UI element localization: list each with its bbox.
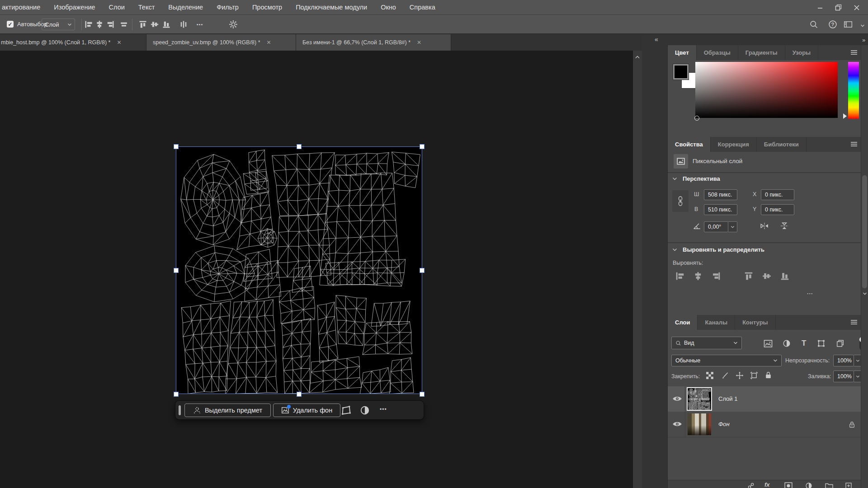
chevron-down-icon[interactable] — [858, 21, 867, 30]
filter-smart-objects-icon[interactable] — [836, 339, 844, 347]
align-center-h-icon[interactable] — [693, 271, 703, 281]
tab-градиенты[interactable]: Градиенты — [738, 45, 785, 60]
collapse-dock-icon[interactable]: « — [655, 36, 658, 43]
tab-слои[interactable]: Слои — [668, 315, 698, 330]
filter-text-layers-icon[interactable]: T — [802, 339, 806, 348]
width-input[interactable]: 508 пикс. — [704, 189, 737, 200]
filter-pixel-layers-icon[interactable] — [764, 340, 773, 347]
menu-item-8[interactable]: Окно — [381, 4, 396, 11]
document-image[interactable] — [176, 146, 422, 394]
minimize-button[interactable] — [817, 5, 823, 11]
scroll-up-icon[interactable] — [635, 55, 640, 59]
align-bottom-icon[interactable] — [162, 20, 171, 29]
color-picker-cursor[interactable] — [694, 116, 699, 121]
transform-handle[interactable] — [297, 392, 302, 397]
align-left-icon[interactable] — [84, 20, 93, 29]
autoselect-dropdown[interactable]: Слой — [42, 19, 75, 30]
layer-row-0[interactable]: Слой 1 — [668, 386, 861, 412]
lock-pixels-icon[interactable] — [721, 371, 729, 380]
flip-horizontal-icon[interactable] — [760, 222, 769, 230]
collapse-transform-icon[interactable] — [672, 177, 677, 181]
blend-mode-select[interactable]: Обычные — [671, 355, 782, 366]
menu-item-2[interactable]: Слои — [109, 4, 125, 11]
scrollbar-thumb[interactable] — [862, 175, 867, 288]
document-tab-2[interactable]: Без имени-1 @ 66,7% (Слой 1, RGB/8#) *✕ — [296, 34, 451, 51]
layer-effects-icon[interactable]: fx — [764, 481, 770, 488]
link-dimensions-button[interactable] — [672, 190, 689, 212]
align-top-icon[interactable] — [138, 20, 147, 29]
align-h-centers-icon[interactable] — [119, 20, 128, 29]
hue-slider-pointer[interactable] — [843, 113, 847, 119]
menu-item-0[interactable]: актирование — [2, 4, 40, 11]
filter-adjustment-layers-icon[interactable] — [783, 339, 791, 347]
height-input[interactable]: 510 пикс. — [704, 204, 737, 215]
layer-thumbnail[interactable] — [688, 388, 711, 410]
menu-item-3[interactable]: Текст — [138, 4, 155, 11]
menu-item-9[interactable]: Справка — [410, 4, 435, 11]
layer-row-1[interactable]: Фон — [668, 412, 861, 437]
opacity-input[interactable]: 100% — [833, 355, 854, 366]
more-options-icon[interactable]: ••• — [195, 20, 204, 29]
fill-input[interactable]: 100% — [833, 371, 854, 382]
remove-background-button[interactable]: Удалить фон — [273, 404, 340, 417]
layer-thumbnail[interactable] — [688, 413, 711, 435]
new-adjustment-layer-icon[interactable] — [805, 482, 812, 488]
layer-name[interactable]: Слой 1 — [718, 395, 737, 402]
gear-icon[interactable] — [229, 20, 238, 29]
tab-контуры[interactable]: Контуры — [735, 315, 776, 330]
taskbar-more-icon[interactable]: ••• — [380, 406, 387, 413]
align-left-icon[interactable] — [675, 271, 685, 281]
color-panel-menu-icon[interactable] — [850, 50, 858, 55]
align-right-icon[interactable] — [106, 20, 115, 29]
new-group-icon[interactable] — [825, 482, 833, 488]
transform-handle[interactable] — [174, 144, 179, 149]
tab-коррекция[interactable]: Коррекция — [711, 137, 757, 152]
restore-button[interactable] — [835, 4, 842, 11]
align-top-icon[interactable] — [744, 271, 754, 281]
lock-artboard-icon[interactable] — [750, 371, 758, 380]
align-right-icon[interactable] — [711, 271, 721, 281]
transform-handle[interactable] — [420, 392, 425, 397]
expand-dock-icon[interactable]: » — [862, 37, 865, 43]
transform-handle[interactable] — [174, 268, 179, 273]
autoselect-checkbox[interactable]: ✓ — [7, 21, 14, 28]
align-center-h-icon[interactable] — [95, 20, 104, 29]
document-tab-1[interactable]: speed_zombie_uv.bmp @ 100% (RGB/8) *✕ — [146, 34, 296, 51]
select-subject-button[interactable]: Выделить предмет — [184, 404, 271, 417]
close-tab-icon[interactable]: ✕ — [417, 39, 421, 46]
tab-образцы[interactable]: Образцы — [697, 45, 738, 60]
color-saturation-field[interactable] — [695, 62, 838, 118]
workspace-icon[interactable] — [844, 20, 853, 29]
lock-position-icon[interactable] — [736, 371, 744, 380]
foreground-color-swatch[interactable] — [673, 64, 689, 80]
link-layers-icon[interactable] — [747, 482, 755, 488]
visibility-eye-icon[interactable] — [672, 395, 682, 402]
transform-handle[interactable] — [174, 392, 179, 397]
menu-item-7[interactable]: Подключаемые модули — [296, 4, 367, 11]
document-tab-0[interactable]: mbie_host.bmp @ 100% (Слой 1, RGB/8) *✕ — [0, 34, 146, 51]
filter-shape-layers-icon[interactable] — [817, 339, 826, 347]
x-input[interactable]: 0 пикс. — [761, 189, 794, 200]
tab-каналы[interactable]: Каналы — [698, 315, 735, 330]
close-button[interactable] — [854, 5, 860, 11]
lock-transparency-icon[interactable] — [706, 371, 714, 380]
menu-item-6[interactable]: Просмотр — [252, 4, 282, 11]
align-middle-v-icon[interactable] — [762, 271, 772, 281]
align-more-button[interactable]: ... — [807, 289, 813, 296]
distribute-icon[interactable] — [179, 20, 188, 29]
menu-item-4[interactable]: Выделение — [168, 4, 203, 11]
menu-item-5[interactable]: Фильтр — [217, 4, 239, 11]
close-tab-icon[interactable]: ✕ — [267, 39, 271, 46]
layer-name[interactable]: Фон — [718, 421, 730, 427]
close-tab-icon[interactable]: ✕ — [117, 39, 121, 46]
properties-panel-menu-icon[interactable] — [850, 141, 858, 147]
align-middle-v-icon[interactable] — [150, 20, 159, 29]
align-bottom-icon[interactable] — [780, 271, 790, 281]
flip-vertical-icon[interactable] — [780, 222, 789, 230]
tab-библиотеки[interactable]: Библиотеки — [757, 137, 807, 152]
y-input[interactable]: 0 пикс. — [761, 204, 794, 215]
new-layer-icon[interactable] — [845, 482, 852, 488]
lock-all-icon[interactable] — [764, 371, 772, 379]
visibility-eye-icon[interactable] — [672, 421, 682, 427]
tab-узоры[interactable]: Узоры — [785, 45, 819, 60]
